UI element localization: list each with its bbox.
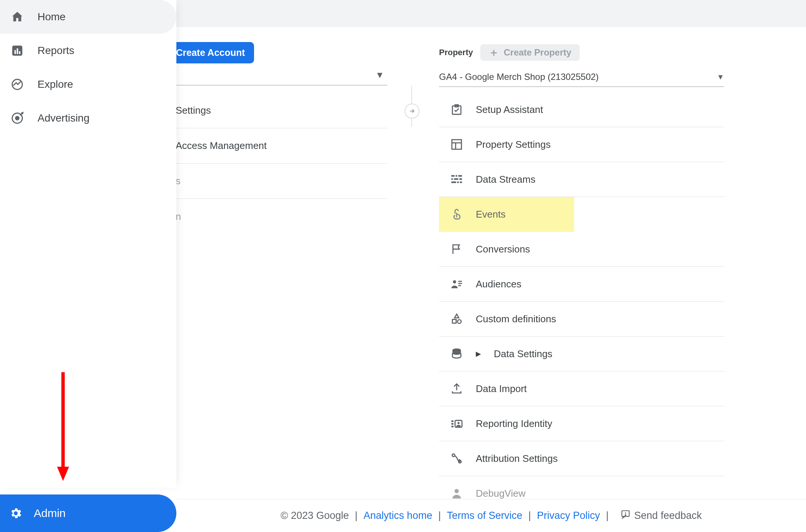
svg-rect-25 xyxy=(458,285,461,286)
property-item-label: Data Streams xyxy=(476,174,535,185)
property-select[interactable]: GA4 - Google Merch Shop (213025502) ▼ xyxy=(439,68,724,87)
property-item-property-settings[interactable]: Property Settings xyxy=(439,127,724,162)
footer: © 2023 Google | Analytics home | Terms o… xyxy=(176,499,806,532)
chevron-down-icon: ▼ xyxy=(717,73,724,81)
upload-icon xyxy=(450,382,463,395)
person-icon xyxy=(450,487,463,500)
svg-rect-26 xyxy=(453,319,456,323)
separator: | xyxy=(436,510,443,521)
nav-label: Reports xyxy=(38,45,74,57)
svg-rect-10 xyxy=(452,140,462,149)
property-column: Property ＋ Create Property GA4 - Google … xyxy=(439,42,724,511)
property-item-label: Setup Assistant xyxy=(476,104,543,116)
create-account-button[interactable]: Create Account xyxy=(167,42,254,63)
svg-rect-29 xyxy=(451,421,454,422)
svg-rect-3 xyxy=(19,51,21,54)
nav-label: Admin xyxy=(34,507,66,520)
layout-icon xyxy=(450,138,463,151)
identity-icon xyxy=(450,417,463,430)
create-account-label: Create Account xyxy=(176,47,245,58)
property-item-label: Data Import xyxy=(476,383,527,395)
footer-copyright: © 2023 Google xyxy=(281,510,349,521)
property-item-label: Property Settings xyxy=(476,139,550,150)
property-item-custom-definitions[interactable]: Custom definitions xyxy=(439,302,724,337)
property-item-data-import[interactable]: Data Import xyxy=(439,371,724,406)
property-item-setup-assistant[interactable]: Setup Assistant xyxy=(439,92,724,127)
expand-column-button[interactable] xyxy=(405,104,420,119)
svg-rect-16 xyxy=(451,178,453,180)
svg-point-36 xyxy=(454,489,459,493)
send-feedback-label: Send feedback xyxy=(634,510,702,521)
nav-label: Explore xyxy=(38,78,73,90)
svg-rect-19 xyxy=(451,182,456,183)
svg-rect-23 xyxy=(458,281,462,282)
property-item-reporting-identity[interactable]: Reporting Identity xyxy=(439,406,724,441)
audiences-icon xyxy=(450,278,463,290)
feedback-icon xyxy=(621,509,630,522)
nav-item-reports[interactable]: Reports xyxy=(0,34,176,68)
chevron-down-icon: ▼ xyxy=(375,70,384,80)
advertising-icon xyxy=(11,111,24,125)
reports-icon xyxy=(11,44,24,57)
property-selected-value: GA4 - Google Merch Shop (213025502) xyxy=(439,72,599,82)
svg-point-22 xyxy=(453,280,456,284)
property-item-label: Events xyxy=(476,209,506,220)
svg-point-27 xyxy=(457,320,461,323)
svg-point-34 xyxy=(452,454,455,457)
property-item-attribution-settings[interactable]: Attribution Settings xyxy=(439,441,724,476)
property-item-label: Audiences xyxy=(476,278,521,290)
nav-label: Advertising xyxy=(38,112,90,124)
attribution-icon xyxy=(450,452,463,465)
svg-rect-1 xyxy=(15,50,16,54)
property-item-label: Data Settings xyxy=(494,348,552,360)
home-icon xyxy=(11,10,24,24)
svg-rect-2 xyxy=(17,48,18,54)
svg-rect-14 xyxy=(456,175,457,177)
svg-point-6 xyxy=(16,117,19,120)
property-item-label: Attribution Settings xyxy=(476,453,558,464)
separator: | xyxy=(353,510,360,521)
separator: | xyxy=(604,510,611,521)
property-item-events[interactable]: Events xyxy=(439,197,574,232)
property-item-conversions[interactable]: Conversions xyxy=(439,232,724,267)
left-nav-panel: Home Reports Explore Advertising xyxy=(0,0,176,488)
caret-right-icon: ▶ xyxy=(476,350,481,358)
shapes-icon xyxy=(450,313,463,325)
nav-item-home[interactable]: Home xyxy=(0,0,176,34)
nav-item-advertising[interactable]: Advertising xyxy=(0,101,176,135)
checklist-icon xyxy=(450,103,463,116)
footer-link-tos[interactable]: Terms of Service xyxy=(447,510,522,521)
plus-icon: ＋ xyxy=(489,47,499,58)
gear-icon xyxy=(9,506,23,520)
property-header: Property ＋ Create Property xyxy=(439,42,724,63)
property-item-label: Custom definitions xyxy=(476,313,556,325)
create-property-button[interactable]: ＋ Create Property xyxy=(480,44,579,61)
property-item-label: DebugView xyxy=(476,488,526,499)
property-item-label: Reporting Identity xyxy=(476,418,552,430)
svg-rect-13 xyxy=(451,175,455,177)
property-header-label: Property xyxy=(439,48,473,57)
svg-rect-30 xyxy=(451,423,454,425)
separator: | xyxy=(526,510,533,521)
svg-point-39 xyxy=(625,515,626,515)
svg-rect-15 xyxy=(458,175,462,177)
svg-point-33 xyxy=(457,422,460,424)
data-streams-icon xyxy=(450,173,463,186)
nav-item-admin[interactable]: Admin xyxy=(0,494,176,532)
database-icon xyxy=(450,347,463,360)
nav-label: Home xyxy=(38,11,66,23)
nav-item-explore[interactable]: Explore xyxy=(0,68,176,101)
explore-icon xyxy=(11,78,24,91)
touch-icon xyxy=(450,208,463,221)
property-item-data-streams[interactable]: Data Streams xyxy=(439,162,724,197)
svg-rect-17 xyxy=(454,178,458,180)
svg-rect-31 xyxy=(451,426,454,427)
property-item-audiences[interactable]: Audiences xyxy=(439,267,724,302)
svg-rect-24 xyxy=(458,283,462,284)
svg-rect-18 xyxy=(459,178,462,180)
send-feedback-button[interactable]: Send feedback xyxy=(621,509,702,522)
svg-rect-21 xyxy=(460,182,462,183)
footer-link-analytics-home[interactable]: Analytics home xyxy=(364,510,432,521)
property-item-data-settings[interactable]: ▶ Data Settings xyxy=(439,337,724,371)
footer-link-privacy[interactable]: Privacy Policy xyxy=(537,510,600,521)
